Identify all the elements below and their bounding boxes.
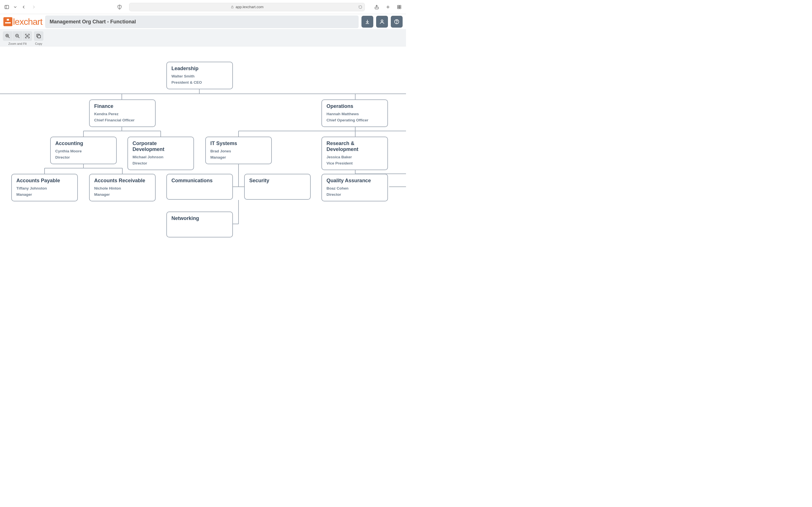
new-tab-icon[interactable] (384, 3, 392, 11)
node-name: Boaz Cohen (326, 185, 383, 191)
svg-line-15 (8, 37, 10, 38)
node-role: Vice President (326, 160, 383, 166)
svg-rect-22 (38, 35, 41, 38)
node-leadership[interactable]: Leadership Walter Smith President & CEO (166, 62, 233, 89)
svg-rect-0 (5, 5, 9, 9)
node-corpdev[interactable]: Corporate Development Michael Johnson Di… (128, 136, 194, 170)
browser-chrome: app.lexchart.com (0, 0, 406, 14)
zoom-out-button[interactable] (13, 31, 22, 41)
brand-text: lexchart (13, 17, 42, 27)
url-bar[interactable]: app.lexchart.com (129, 3, 365, 11)
svg-rect-7 (400, 5, 401, 7)
app-logo[interactable]: lexchart (3, 17, 42, 27)
node-rnd[interactable]: Research & Development Jessica Baker Vic… (321, 136, 388, 170)
node-title: IT Systems (210, 140, 267, 147)
node-title: Communications (171, 178, 228, 184)
reload-icon[interactable] (358, 5, 362, 9)
document-title-input[interactable]: Management Org Chart - Functional (45, 15, 359, 28)
fit-button[interactable] (22, 31, 32, 41)
node-name: Walter Smith (171, 73, 228, 79)
zoom-in-button[interactable] (3, 31, 12, 41)
node-name: Kendra Perez (94, 111, 151, 117)
node-name: Brad Jones (210, 148, 267, 154)
node-title: Security (249, 178, 306, 184)
node-role: Manager (210, 154, 267, 161)
svg-point-11 (381, 20, 383, 22)
node-name: Michael Johnson (133, 154, 189, 160)
toolbar: Zoom and Fit Copy (0, 30, 406, 47)
node-title: Accounting (55, 140, 112, 147)
node-ap[interactable]: Accounts Payable Tiffany Johnston Manage… (11, 174, 78, 202)
node-title: Operations (326, 103, 383, 109)
svg-rect-6 (398, 5, 399, 7)
copy-button[interactable] (34, 31, 43, 41)
node-role: Manager (16, 191, 73, 198)
sidebar-toggle-icon[interactable] (3, 3, 11, 11)
shield-icon[interactable] (116, 3, 123, 11)
node-security[interactable]: Security (244, 174, 311, 200)
node-name: Nichole Hinton (94, 185, 151, 191)
node-role: President & CEO (171, 79, 228, 86)
node-title: Accounts Payable (16, 178, 73, 184)
node-title: Research & Development (326, 140, 383, 152)
node-role: Chief Financial Officer (94, 117, 151, 123)
node-name: Jessica Baker (326, 154, 383, 160)
svg-line-19 (18, 37, 19, 38)
node-communications[interactable]: Communications (166, 174, 233, 200)
node-name: Tiffany Johnston (16, 185, 73, 191)
node-title: Accounts Receivable (94, 178, 151, 184)
svg-rect-2 (231, 7, 233, 8)
node-name: Cynthia Moore (55, 148, 112, 154)
url-text: app.lexchart.com (236, 5, 264, 9)
copy-label: Copy (35, 42, 42, 45)
download-button[interactable] (361, 16, 373, 27)
nav-forward-button[interactable] (30, 3, 38, 11)
node-accounting[interactable]: Accounting Cynthia Moore Director (50, 136, 117, 164)
node-title: Leadership (171, 66, 228, 71)
help-button[interactable] (391, 16, 403, 27)
node-title: Finance (94, 103, 151, 109)
node-role: Director (55, 154, 112, 161)
svg-rect-8 (398, 7, 399, 8)
node-role: Chief Operating Officer (326, 117, 383, 123)
node-networking[interactable]: Networking (166, 212, 233, 237)
zoom-fit-group: Zoom and Fit (3, 31, 32, 45)
copy-group: Copy (34, 31, 43, 45)
node-name: Hannah Matthews (326, 111, 383, 117)
tabs-grid-icon[interactable] (395, 3, 403, 11)
svg-point-13 (396, 23, 397, 23)
node-title: Quality Assurance (326, 178, 383, 184)
logo-mark-icon (3, 17, 12, 26)
node-title: Networking (171, 216, 228, 221)
node-ar[interactable]: Accounts Receivable Nichole Hinton Manag… (89, 174, 156, 202)
chevron-down-icon[interactable] (13, 3, 17, 11)
account-button[interactable] (376, 16, 388, 27)
node-qa[interactable]: Quality Assurance Boaz Cohen Director (321, 174, 388, 202)
node-operations[interactable]: Operations Hannah Matthews Chief Operati… (321, 100, 388, 127)
zoom-fit-label: Zoom and Fit (8, 42, 27, 45)
node-role: Manager (94, 191, 151, 198)
app-header: lexchart Management Org Chart - Function… (0, 14, 406, 30)
node-title: Corporate Development (133, 140, 189, 152)
org-chart-canvas[interactable]: Leadership Walter Smith President & CEO … (0, 47, 406, 253)
node-role: Director (133, 160, 189, 166)
lock-icon (231, 5, 234, 9)
node-itsystems[interactable]: IT Systems Brad Jones Manager (205, 136, 272, 164)
nav-back-button[interactable] (20, 3, 28, 11)
svg-rect-21 (27, 36, 28, 37)
svg-rect-9 (400, 7, 401, 8)
share-icon[interactable] (373, 3, 380, 11)
node-role: Director (326, 191, 383, 198)
node-finance[interactable]: Finance Kendra Perez Chief Financial Off… (89, 100, 156, 127)
